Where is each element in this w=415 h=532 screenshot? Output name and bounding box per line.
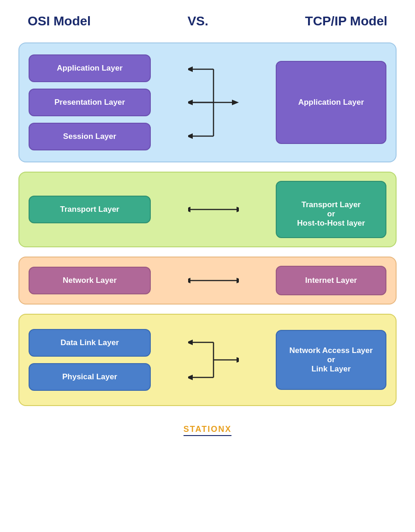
- vs-label: VS.: [188, 14, 208, 29]
- osi-network-box-wrapper: Network Layer: [29, 267, 151, 294]
- tcp-network-access-layer-box: Network Access Layer or Link Layer: [276, 330, 386, 390]
- application-group-section: Application Layer Presentation Layer Ses…: [18, 42, 397, 162]
- svg-marker-16: [188, 340, 193, 345]
- transport-arrow: [151, 198, 276, 221]
- page-header: OSI Model VS. TCP/IP Model: [18, 14, 397, 29]
- svg-marker-10: [237, 207, 239, 212]
- transport-layer-box: Transport Layer: [29, 196, 151, 223]
- svg-marker-2: [232, 100, 239, 105]
- footer: STATIONX: [184, 424, 231, 436]
- session-layer-box: Session Layer: [29, 123, 151, 150]
- svg-marker-14: [188, 278, 190, 283]
- presentation-layer-box: Presentation Layer: [29, 89, 151, 116]
- svg-marker-21: [237, 357, 239, 363]
- svg-marker-13: [237, 278, 239, 283]
- network-arrow-svg: [188, 269, 239, 292]
- svg-marker-7: [188, 66, 193, 72]
- stationx-logo: STATIONX: [184, 424, 231, 436]
- network-arrow: [151, 269, 276, 292]
- svg-marker-3: [188, 100, 193, 105]
- osi-model-title: OSI Model: [28, 14, 91, 29]
- physical-group-arrow: [151, 323, 276, 397]
- svg-marker-11: [188, 207, 190, 212]
- transport-arrow-svg: [188, 198, 239, 221]
- osi-physical-stack: Data Link Layer Physical Layer: [29, 329, 151, 391]
- tcpip-model-title: TCP/IP Model: [305, 14, 387, 29]
- network-section: Network Layer Internet Layer: [18, 257, 397, 305]
- tcp-internet-layer-box: Internet Layer: [276, 266, 386, 295]
- svg-marker-8: [188, 133, 193, 139]
- physical-arrows-svg: [188, 323, 239, 397]
- tcp-application-layer-box: Application Layer: [276, 61, 386, 144]
- tcp-transport-layer-box: Transport Layer or Host-to-Host layer: [276, 181, 386, 238]
- transport-section: Transport Layer Transport Layer or Host-…: [18, 172, 397, 247]
- svg-marker-18: [188, 375, 193, 380]
- application-group-arrow: [151, 52, 276, 153]
- physical-layer-box: Physical Layer: [29, 363, 151, 391]
- network-layer-box: Network Layer: [29, 267, 151, 294]
- application-layer-box: Application Layer: [29, 54, 151, 82]
- physical-group-section: Data Link Layer Physical Layer Network A…: [18, 314, 397, 406]
- osi-application-stack: Application Layer Presentation Layer Ses…: [29, 54, 151, 150]
- osi-transport-box-wrapper: Transport Layer: [29, 196, 151, 223]
- application-arrows-svg: [188, 52, 239, 153]
- data-link-layer-box: Data Link Layer: [29, 329, 151, 357]
